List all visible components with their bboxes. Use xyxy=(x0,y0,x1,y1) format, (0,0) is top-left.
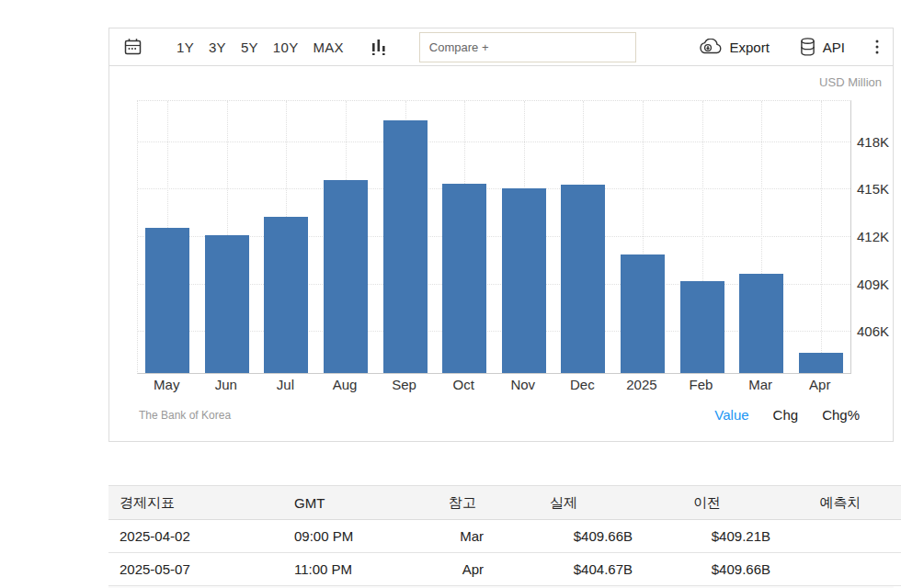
y-axis-tick-label: 406K xyxy=(857,323,889,339)
x-axis-tick-label: Sep xyxy=(392,377,416,392)
range-button-1y[interactable]: 1Y xyxy=(177,40,194,55)
export-label: Export xyxy=(729,40,769,55)
table-cell: $404.67B xyxy=(489,553,638,586)
y-axis-tick-label: 418K xyxy=(857,133,889,149)
bar-2025[interactable] xyxy=(621,254,665,373)
table-header-0: 경제지표 xyxy=(108,486,294,520)
x-axis-tick-label: Jul xyxy=(277,377,294,392)
table-cell: 09:00 PM xyxy=(294,520,436,553)
calendar-table: 경제지표GMT참고실제이전예측치 2025-04-0209:00 PMMar$4… xyxy=(108,485,901,586)
bar-sep[interactable] xyxy=(383,120,428,373)
table-header-4: 이전 xyxy=(638,486,776,520)
table-header-1: GMT xyxy=(294,486,436,520)
chart-widget: 1Y3Y5Y10YMAX xyxy=(108,28,894,442)
bar-jun[interactable] xyxy=(205,235,249,373)
range-buttons: 1Y3Y5Y10YMAX xyxy=(177,40,344,55)
x-axis-tick-label: Aug xyxy=(333,377,358,392)
x-axis-tick-label: Jun xyxy=(215,377,237,392)
compare-input[interactable] xyxy=(419,32,636,62)
x-axis-labels: MayJunJulAugSepOctNovDec2025FebMarApr xyxy=(137,377,850,395)
bar-dec[interactable] xyxy=(561,185,605,373)
calendar-table-wrap: 경제지표GMT참고실제이전예측치 2025-04-0209:00 PMMar$4… xyxy=(108,485,894,588)
footer-link-chg[interactable]: Chg xyxy=(773,407,799,423)
table-cell: $409.66B xyxy=(489,520,638,553)
bar-oct[interactable] xyxy=(442,184,486,374)
range-button-3y[interactable]: 3Y xyxy=(209,40,226,55)
table-cell: $409.21B xyxy=(638,520,776,553)
series-mode-links: ValueChgChg% xyxy=(714,407,860,423)
table-cell: $409.66B xyxy=(638,553,776,586)
x-axis-tick-label: Nov xyxy=(510,377,535,392)
x-axis-tick-label: 2025 xyxy=(626,377,656,392)
calendar-table-body: 2025-04-0209:00 PMMar$409.66B$409.21B202… xyxy=(108,520,901,586)
bar-aug[interactable] xyxy=(324,180,368,373)
x-axis-tick-label: Feb xyxy=(690,377,713,392)
table-cell: 11:00 PM xyxy=(294,553,436,586)
kebab-menu-icon xyxy=(874,38,880,56)
h-gridline xyxy=(138,141,850,142)
y-axis-tick-label: 409K xyxy=(857,276,889,291)
y-axis-labels: 418K415K412K409K406K xyxy=(857,100,897,372)
calendar-icon xyxy=(122,37,143,58)
chart-area: USD Million 418K415K412K409K406K MayJunJ… xyxy=(109,66,893,441)
x-axis-tick-label: Oct xyxy=(453,377,474,392)
api-button[interactable]: API xyxy=(799,37,845,57)
api-label: API xyxy=(823,40,845,55)
source-label: The Bank of Korea xyxy=(139,409,231,422)
table-cell: 2025-05-07 xyxy=(108,553,294,586)
bar-jul[interactable] xyxy=(264,217,308,373)
more-menu-button[interactable] xyxy=(874,38,880,56)
table-header-3: 실제 xyxy=(489,486,638,520)
bar-chart-type-icon xyxy=(370,37,388,57)
table-cell: Apr xyxy=(436,553,489,586)
table-cell: Mar xyxy=(436,520,489,553)
range-button-max[interactable]: MAX xyxy=(313,40,343,55)
bar-mar[interactable] xyxy=(739,274,783,373)
table-row[interactable]: 2025-04-0209:00 PMMar$409.66B$409.21B xyxy=(108,520,901,553)
y-axis-tick-label: 412K xyxy=(857,229,889,244)
v-gridline xyxy=(821,101,822,373)
range-button-5y[interactable]: 5Y xyxy=(241,40,258,55)
table-cell xyxy=(776,553,901,586)
x-axis-tick-label: Mar xyxy=(748,377,772,392)
page: 1Y3Y5Y10YMAX xyxy=(0,0,901,588)
bar-nov[interactable] xyxy=(502,188,546,373)
plot-area xyxy=(137,100,851,374)
chart-toolbar: 1Y3Y5Y10YMAX xyxy=(109,28,893,66)
table-row[interactable]: 2025-05-0711:00 PMApr$404.67B$409.66B xyxy=(108,553,901,586)
calendar-button[interactable] xyxy=(122,37,143,58)
y-axis-unit-label: USD Million xyxy=(819,75,882,89)
x-axis-tick-label: May xyxy=(154,377,179,392)
y-axis-tick-label: 415K xyxy=(857,181,889,197)
bar-may[interactable] xyxy=(145,228,189,373)
bar-feb[interactable] xyxy=(680,281,724,373)
footer-link-value[interactable]: Value xyxy=(714,407,748,423)
x-axis-tick-label: Dec xyxy=(570,377,595,392)
chart-footer: The Bank of Korea ValueChgChg% xyxy=(139,407,860,423)
table-header-5: 예측치 xyxy=(776,486,901,520)
database-icon xyxy=(799,37,816,57)
calendar-table-head: 경제지표GMT참고실제이전예측치 xyxy=(108,486,901,520)
table-header-2: 참고 xyxy=(436,486,489,520)
toolbar-right: Export API xyxy=(698,37,880,57)
range-button-10y[interactable]: 10Y xyxy=(273,40,299,55)
bar-apr[interactable] xyxy=(799,353,843,373)
cloud-download-icon xyxy=(698,39,723,56)
export-button[interactable]: Export xyxy=(698,39,769,56)
table-cell: 2025-04-02 xyxy=(108,520,294,553)
footer-link-chgpct[interactable]: Chg% xyxy=(822,407,860,423)
table-cell xyxy=(776,520,901,553)
h-gridline xyxy=(138,188,850,189)
x-axis-tick-label: Apr xyxy=(809,377,830,392)
chart-type-button[interactable] xyxy=(370,37,388,57)
